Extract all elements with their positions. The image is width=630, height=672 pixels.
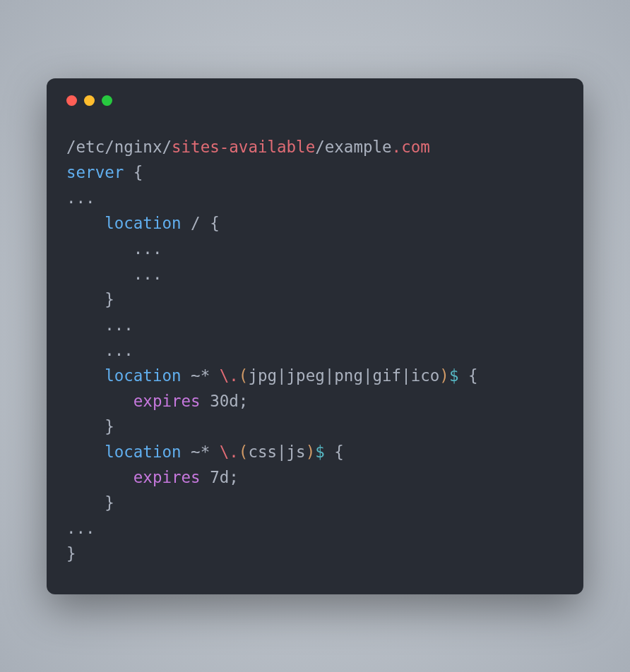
regex-escape: \ [220,443,230,461]
brace: } [66,417,114,436]
keyword-location: location [66,443,182,461]
path-dot: . [392,138,402,156]
regex-escape: \ [220,366,230,385]
expires-value: 7d [201,468,230,486]
regex-paren: ( [239,366,249,385]
ellipsis: ... [66,188,95,207]
regex-paren: ( [239,443,249,461]
ellipsis: ... [66,239,162,258]
brace: } [66,493,114,512]
regex-op: ~* [182,366,220,385]
regex-dollar: $ [449,366,459,385]
brace: } [66,290,114,308]
maximize-icon[interactable] [102,95,112,106]
regex-pipe: | [277,443,287,461]
location-path: / { [182,214,220,232]
path-segment: /example [315,138,391,156]
regex-dollar: $ [315,443,325,461]
semicolon: ; [239,392,249,410]
close-icon[interactable] [66,95,77,106]
regex-ext: ico [411,366,440,385]
regex-ext: jpg [248,366,277,385]
path-tld: com [401,138,430,156]
regex-dot: . [229,366,239,385]
regex-ext: png [334,366,363,385]
regex-ext: css [248,443,277,461]
path-segment: sites-available [172,138,315,156]
expires-value: 30d [201,392,239,410]
semicolon: ; [229,468,239,486]
keyword-location: location [66,366,182,385]
keyword-server: server [66,163,124,181]
regex-ext: gif [373,366,402,385]
brace: } [66,544,76,563]
regex-pipe: | [401,366,411,385]
regex-paren: ) [439,366,449,385]
regex-paren: ) [306,443,316,461]
keyword-expires: expires [66,468,201,486]
ellipsis: ... [66,341,133,359]
window-titlebar [66,95,564,106]
regex-ext: js [287,443,306,461]
regex-op: ~* [182,443,220,461]
regex-ext: jpeg [287,366,325,385]
regex-pipe: | [363,366,373,385]
regex-dot: . [229,443,239,461]
regex-pipe: | [277,366,287,385]
ellipsis: ... [66,265,162,283]
brace: { [458,366,477,385]
regex-pipe: | [325,366,335,385]
terminal-window: /etc/nginx/sites-available/example.com s… [47,78,583,594]
path-segment: /etc/nginx/ [66,138,172,156]
brace: { [325,443,344,461]
brace: { [124,163,143,181]
keyword-expires: expires [66,392,201,410]
ellipsis: ... [66,519,95,537]
keyword-location: location [66,214,182,232]
code-block: /etc/nginx/sites-available/example.com s… [66,134,564,566]
ellipsis: ... [66,316,133,334]
minimize-icon[interactable] [84,95,95,106]
